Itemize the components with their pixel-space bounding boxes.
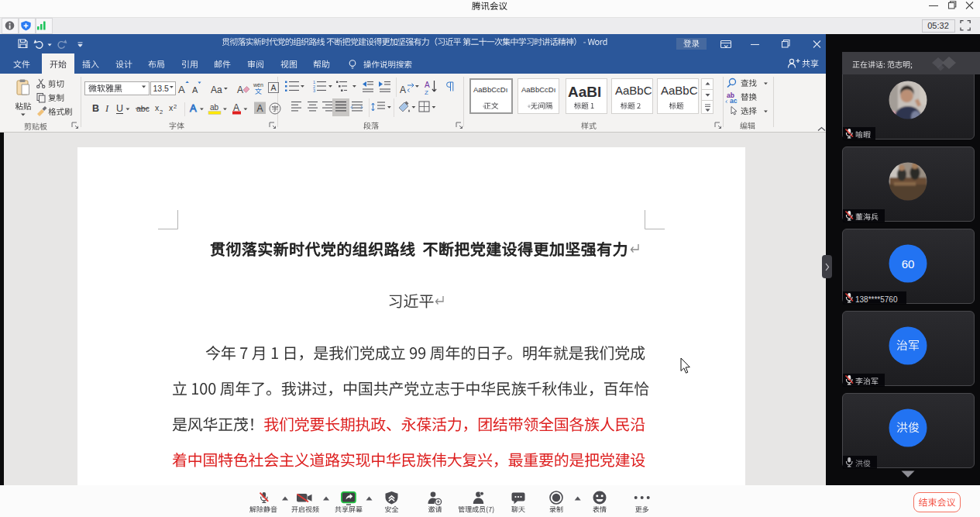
svg-text:A: A [233, 102, 239, 113]
svg-text:I: I [105, 103, 109, 114]
svg-text:2: 2 [160, 109, 163, 115]
svg-text:A: A [271, 83, 277, 92]
svg-text:A: A [178, 84, 185, 95]
svg-text:Aa: Aa [211, 84, 222, 95]
svg-text:Z: Z [425, 89, 428, 96]
svg-text:60: 60 [902, 257, 915, 271]
svg-text:A: A [192, 85, 198, 95]
svg-text:A: A [425, 81, 430, 89]
svg-text:U: U [116, 103, 123, 114]
svg-text:3: 3 [313, 88, 315, 93]
svg-text:AaBbCcDı: AaBbCcDı [521, 85, 555, 94]
svg-text:138****5760: 138****5760 [855, 295, 898, 304]
svg-text:AaBbC: AaBbC [615, 84, 652, 97]
svg-text:wén: wén [253, 82, 263, 88]
svg-text:ac: ac [730, 97, 738, 105]
svg-text:A: A [257, 103, 263, 114]
svg-text:A: A [400, 84, 406, 95]
svg-text:2: 2 [174, 103, 177, 110]
svg-text:05:32: 05:32 [927, 21, 949, 30]
svg-text:ab: ab [210, 103, 219, 112]
svg-text:AaBl: AaBl [568, 84, 601, 100]
svg-text:AaBbCcDı: AaBbCcDı [473, 85, 507, 94]
svg-text:A: A [237, 84, 243, 95]
svg-text:A: A [190, 102, 197, 114]
svg-text:B: B [92, 103, 99, 114]
svg-text:13.5: 13.5 [153, 84, 170, 93]
svg-text:AaBbC: AaBbC [661, 84, 698, 97]
